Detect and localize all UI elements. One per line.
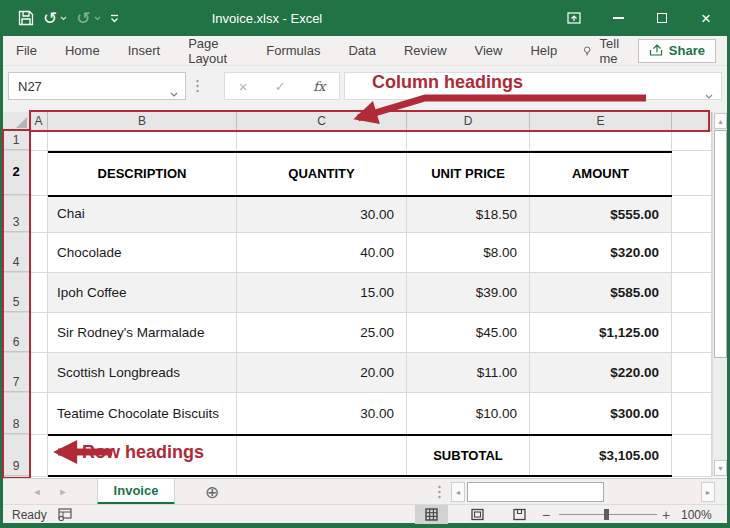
scroll-right-button[interactable]: ► (701, 482, 715, 502)
cell-quantity[interactable]: 30.00 (237, 393, 407, 434)
zoom-out-button[interactable]: − (539, 505, 553, 524)
tab-insert[interactable]: Insert (114, 36, 175, 66)
cell-amount[interactable]: $320.00 (530, 233, 672, 272)
cell-description[interactable]: Sir Rodney's Marmalade (48, 313, 237, 352)
tab-view[interactable]: View (461, 36, 517, 66)
page-layout-view-button[interactable] (461, 505, 494, 524)
cell-amount[interactable]: $1,125.00 (530, 313, 672, 352)
cell-description[interactable]: Ipoh Coffee (48, 273, 237, 312)
column-header-a[interactable]: A (30, 112, 48, 131)
cell-quantity[interactable]: 20.00 (237, 353, 407, 392)
zoom-slider-thumb[interactable] (604, 509, 609, 520)
tab-bar-splitter[interactable] (438, 485, 441, 503)
column-header-c[interactable]: C (237, 112, 407, 131)
tab-help[interactable]: Help (516, 36, 571, 66)
cell-quantity[interactable]: 15.00 (237, 273, 407, 312)
cell[interactable] (30, 435, 48, 476)
header-amount[interactable]: AMOUNT (530, 151, 672, 195)
cell-subtotal-label[interactable]: SUBTOTAL (407, 435, 530, 476)
cell[interactable] (672, 196, 712, 232)
customize-qat-button[interactable] (110, 14, 119, 23)
cell[interactable] (237, 131, 407, 150)
name-box-dropdown-icon[interactable] (170, 85, 178, 100)
cell[interactable] (30, 353, 48, 392)
cell[interactable] (672, 435, 712, 476)
formula-input[interactable] (344, 72, 722, 100)
cell-description[interactable]: Chai (48, 196, 237, 232)
cell-unit-price[interactable]: $11.00 (407, 353, 530, 392)
minimize-button[interactable] (596, 0, 640, 36)
zoom-in-button[interactable]: + (659, 505, 673, 524)
cell-subtotal-amount[interactable]: $3,105.00 (530, 435, 672, 476)
cell[interactable] (672, 131, 712, 150)
insert-function-icon[interactable]: fx (313, 79, 325, 94)
close-button[interactable]: × (684, 0, 728, 36)
cell-description[interactable]: Teatime Chocolate Biscuits (48, 393, 237, 434)
maximize-button[interactable] (640, 0, 684, 36)
tab-formulas[interactable]: Formulas (252, 36, 334, 66)
undo-button[interactable]: ↻ (43, 10, 67, 27)
cell[interactable] (30, 151, 48, 195)
cell[interactable] (30, 131, 48, 150)
name-box[interactable]: N27 (8, 72, 186, 100)
cell[interactable] (48, 131, 237, 150)
cell[interactable] (672, 353, 712, 392)
column-header-b[interactable]: B (48, 112, 237, 131)
zoom-level[interactable]: 100% (681, 505, 712, 524)
cell-unit-price[interactable]: $10.00 (407, 393, 530, 434)
cell-unit-price[interactable]: $45.00 (407, 313, 530, 352)
row-header-3[interactable]: 3 (3, 196, 30, 232)
cell[interactable] (30, 233, 48, 272)
enter-icon[interactable]: ✓ (275, 79, 286, 94)
row-header-7[interactable]: 7 (3, 353, 30, 392)
header-quantity[interactable]: QUANTITY (237, 151, 407, 195)
scroll-up-button[interactable]: ▲ (714, 113, 727, 129)
cell-quantity[interactable]: 30.00 (237, 196, 407, 232)
tab-page-layout[interactable]: Page Layout (174, 36, 252, 66)
cell-description[interactable]: Chocolade (48, 233, 237, 272)
cell-amount[interactable]: $585.00 (530, 273, 672, 312)
cell-unit-price[interactable]: $39.00 (407, 273, 530, 312)
tab-data[interactable]: Data (334, 36, 389, 66)
cell[interactable] (30, 313, 48, 352)
cell[interactable] (672, 273, 712, 312)
header-unit-price[interactable]: UNIT PRICE (407, 151, 530, 195)
column-header-partial[interactable] (672, 112, 712, 131)
cell-amount[interactable]: $300.00 (530, 393, 672, 434)
cell-unit-price[interactable]: $8.00 (407, 233, 530, 272)
row-header-1[interactable]: 1 (3, 131, 30, 150)
cancel-icon[interactable]: × (239, 78, 248, 95)
cell[interactable] (30, 393, 48, 434)
cell-amount[interactable]: $220.00 (530, 353, 672, 392)
column-header-e[interactable]: E (530, 112, 672, 131)
cell[interactable] (30, 273, 48, 312)
save-icon[interactable] (18, 10, 34, 26)
row-header-9[interactable]: 9 (3, 435, 30, 476)
share-button[interactable]: Share (638, 39, 716, 63)
vertical-scrollbar[interactable]: ▲ ▼ (712, 112, 727, 477)
row-header-6[interactable]: 6 (3, 313, 30, 352)
macro-record-icon[interactable] (58, 508, 72, 524)
cell[interactable] (672, 393, 712, 434)
header-description[interactable]: DESCRIPTION (48, 151, 237, 195)
cell[interactable] (237, 435, 407, 476)
expand-formula-bar-icon[interactable] (705, 85, 713, 103)
scroll-down-button[interactable]: ▼ (714, 460, 727, 476)
cell[interactable] (672, 151, 712, 195)
cell-unit-price[interactable]: $18.50 (407, 196, 530, 232)
row-header-8[interactable]: 8 (3, 393, 30, 434)
cell-description[interactable]: Scottish Longbreads (48, 353, 237, 392)
cell[interactable] (530, 131, 672, 150)
normal-view-button[interactable] (415, 505, 448, 524)
sheet-tab-invoice[interactable]: Invoice (97, 479, 175, 505)
select-all-button[interactable] (3, 112, 30, 131)
horizontal-scrollbar-thumb[interactable] (467, 482, 604, 502)
cell-quantity[interactable]: 25.00 (237, 313, 407, 352)
cell[interactable] (48, 435, 237, 476)
ribbon-display-options-button[interactable] (552, 0, 596, 36)
cell[interactable] (407, 131, 530, 150)
new-sheet-button[interactable]: ⊕ (200, 480, 224, 504)
sheet-nav-right-button[interactable]: ► (53, 479, 73, 505)
tab-home[interactable]: Home (51, 36, 114, 66)
vertical-scrollbar-thumb[interactable] (714, 130, 727, 358)
